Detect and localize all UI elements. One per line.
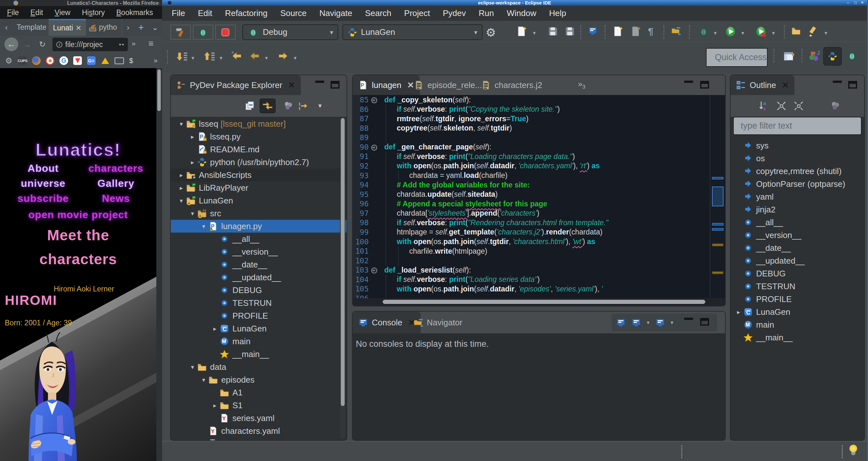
- tree-item-partial[interactable]: Y: [171, 437, 347, 441]
- firefox-menu-file[interactable]: File: [7, 8, 19, 17]
- code-line-101[interactable]: 101charfile.write(htmlpage): [353, 246, 710, 256]
- forward-history-dropdown[interactable]: ▾: [294, 55, 297, 61]
- tab-lunatics[interactable]: Lunati✕: [49, 19, 86, 36]
- outline-item-__version__[interactable]: __version__: [731, 229, 864, 241]
- bookmark-drive-icon[interactable]: [101, 56, 109, 65]
- bookmark-cups[interactable]: CUPS: [18, 56, 27, 65]
- save-icon[interactable]: [547, 26, 558, 37]
- minimize-view-icon[interactable]: [684, 317, 693, 320]
- editor-tab-charactersj2[interactable]: characters.j2: [481, 75, 542, 95]
- outline-item-sys[interactable]: sys: [731, 139, 864, 152]
- code-line-100[interactable]: 100with open(os.path.join(self.tgtdir, '…: [353, 237, 710, 247]
- outline-item-__all__[interactable]: __all__: [731, 216, 864, 229]
- bookmark-google-icon[interactable]: G: [59, 56, 68, 65]
- code-line-95[interactable]: 95chardata.update(self.sitedata): [353, 190, 710, 199]
- gear-icon[interactable]: ⚙: [4, 56, 13, 65]
- nav-link-subscribe[interactable]: subscribe: [9, 193, 77, 204]
- tree-item-s1[interactable]: ▸S1: [171, 399, 347, 412]
- code-line-87[interactable]: 87rmtree(self.tgtdir, ignore_errors=True…: [353, 114, 710, 123]
- tree-item-lunagen.py[interactable]: ▾Plunagen.py: [171, 220, 347, 233]
- minimize-view-icon[interactable]: [684, 80, 693, 83]
- firefox-close-button[interactable]: ×: [157, 1, 159, 5]
- site-logo[interactable]: Lunatics!: [0, 139, 156, 160]
- code-line-92[interactable]: 92with open(os.path.join(self.datadir, '…: [353, 161, 710, 171]
- url-bar[interactable]: i file:///projec ••: [53, 38, 128, 51]
- eclipse-menu-window[interactable]: Window: [507, 8, 536, 18]
- tab-scroll-left-icon[interactable]: ‹: [0, 19, 13, 36]
- tab-python[interactable]: pytho: [86, 19, 122, 36]
- open-perspective-icon[interactable]: [783, 50, 795, 62]
- tab-list-icon[interactable]: ⌄: [148, 19, 162, 36]
- quick-access-input[interactable]: Quick Access: [706, 48, 768, 67]
- open-type-icon[interactable]: [671, 26, 681, 35]
- tree-item-data[interactable]: ▾data: [171, 361, 347, 373]
- bookmark-dollar-label[interactable]: $: [129, 57, 133, 65]
- next-edit-dropdown[interactable]: ▾: [191, 55, 194, 61]
- site-info-icon[interactable]: i: [56, 41, 62, 48]
- filters-icon[interactable]: [283, 100, 293, 111]
- code-line-104[interactable]: 104if self.verbose: print("Loading serie…: [353, 275, 710, 284]
- nav-link-news[interactable]: News: [82, 193, 150, 204]
- eclipse-menu-navigate[interactable]: Navigate: [319, 8, 352, 18]
- marker-pen-dropdown[interactable]: ▾: [825, 30, 828, 36]
- tree-item-pythonusrbinpython2.7[interactable]: ▸python (/usr/bin/python2.7): [171, 156, 347, 169]
- minimize-view-icon[interactable]: [833, 80, 842, 83]
- code-line-85[interactable]: 85def _copy_skeleton(self):: [353, 95, 710, 105]
- filters-icon[interactable]: [830, 100, 840, 111]
- java-perspective-icon[interactable]: J: [809, 50, 821, 62]
- eclipse-minimize-button[interactable]: –: [847, 0, 849, 5]
- back-history-icon[interactable]: [249, 50, 260, 62]
- firefox-menu-view[interactable]: View: [55, 8, 70, 17]
- eclipse-menu-source[interactable]: Source: [280, 8, 307, 18]
- tree-item-lsseq.py[interactable]: ▸Plsseq.py: [171, 130, 347, 143]
- outline-item-__updated__[interactable]: __updated__: [731, 254, 864, 267]
- tree-item-__date__[interactable]: __date__: [171, 258, 347, 271]
- debug-run-icon[interactable]: [698, 26, 709, 37]
- tree-item-readme.md[interactable]: README.md: [171, 143, 347, 156]
- code-line-93[interactable]: 93chardata = yaml.load(charfile): [353, 171, 710, 180]
- debug-run-dropdown[interactable]: ▾: [714, 30, 717, 36]
- outline-item-main[interactable]: Mmain: [731, 318, 864, 331]
- close-icon[interactable]: ✕: [288, 80, 295, 90]
- tree-item-profile[interactable]: PROFILE: [171, 309, 347, 322]
- forward-button[interactable]: →: [23, 40, 31, 50]
- debug-perspective-icon[interactable]: [846, 50, 858, 62]
- bookmark-maps-icon[interactable]: [73, 56, 82, 65]
- collapse-all-icon[interactable]: [244, 100, 255, 111]
- outline-tab[interactable]: Outline✕: [731, 75, 795, 95]
- eclipse-close-button[interactable]: ✕: [861, 0, 864, 5]
- tree-item-__all__[interactable]: __all__: [171, 233, 347, 246]
- tree-item-episodes[interactable]: ▾episodes: [171, 373, 347, 386]
- tab-close-icon[interactable]: ✕: [75, 24, 81, 32]
- console-toolbar-icon[interactable]: [588, 26, 597, 35]
- eclipse-menu-help[interactable]: Help: [549, 8, 566, 18]
- tree-item-lunagen[interactable]: ▾LunaGen: [171, 194, 347, 207]
- code-line-90[interactable]: 90def _gen_character_page(self):: [353, 142, 710, 152]
- minimize-view-icon[interactable]: [315, 80, 324, 83]
- editor-tab-episoderele[interactable]: episode_rele...: [414, 75, 482, 95]
- outline-item-profile[interactable]: PROFILE: [731, 293, 864, 306]
- tree-item-characters.yaml[interactable]: Ycharacters.yaml: [171, 425, 347, 437]
- outline-filter-input[interactable]: type filter text: [733, 117, 862, 135]
- build-hammer-button[interactable]: [170, 25, 191, 40]
- overview-viewport[interactable]: [712, 186, 723, 206]
- firefox-menu-bookmarks[interactable]: Bookmarks: [116, 8, 153, 17]
- show-whitespace-icon[interactable]: ¶: [648, 26, 653, 37]
- outline-item-__main__[interactable]: __main__: [731, 331, 864, 344]
- back-history-dropdown[interactable]: ▾: [265, 55, 268, 61]
- forward-history-icon[interactable]: [277, 50, 289, 62]
- nav-link-gallery[interactable]: Gallery: [82, 177, 150, 190]
- gear-icon[interactable]: ⚙: [486, 26, 496, 39]
- tree-item-__version__[interactable]: __version__: [171, 246, 347, 258]
- expand-icon[interactable]: [793, 100, 804, 111]
- lightbulb-icon[interactable]: [849, 445, 857, 452]
- tab-scroll-right-icon[interactable]: ›: [122, 19, 134, 36]
- overflow-chevron-icon[interactable]: »: [132, 40, 135, 48]
- tree-item-lunagen[interactable]: ▸CLunaGen: [171, 322, 347, 335]
- bookmark-folder-icon[interactable]: [115, 57, 124, 64]
- tree-item-a1[interactable]: A1: [171, 386, 347, 399]
- save-all-icon[interactable]: [564, 26, 575, 37]
- overview-ruler[interactable]: [710, 95, 725, 298]
- hamburger-menu-icon[interactable]: ≡: [148, 38, 153, 49]
- bookmark-firefox-icon[interactable]: [32, 56, 40, 65]
